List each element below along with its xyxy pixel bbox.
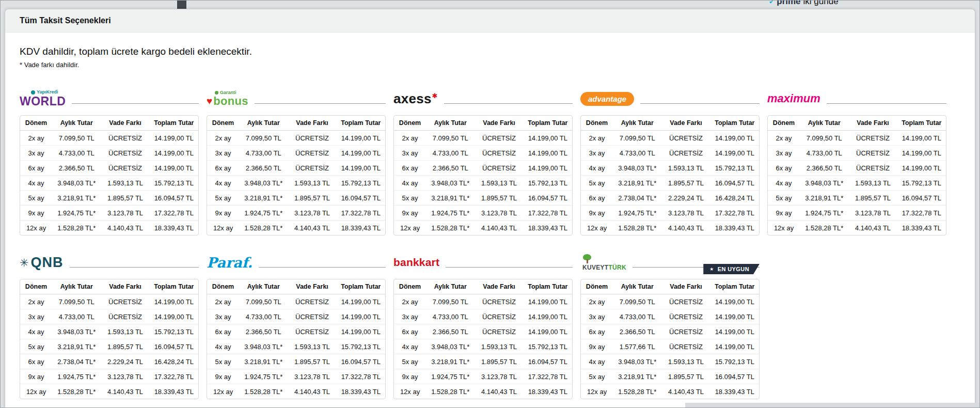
logo-divider	[72, 103, 199, 104]
installment-row: 6x ay2.366,50 TLÜCRETSİZ14.199,00 TL	[394, 324, 572, 339]
installment-cell: 5x ay	[394, 354, 426, 369]
installment-row: 4x ay3.948,03 TL*1.593,13 TL15.792,13 TL	[581, 161, 759, 176]
installment-cell: ÜCRETSİZ	[661, 309, 710, 324]
installment-row: 9x ay1.924,75 TL*3.123,78 TL17.322,78 TL	[768, 206, 946, 221]
bonus-logo-text: bonus	[213, 95, 248, 107]
installment-cell: 2.229,24 TL	[101, 354, 149, 369]
installment-row: 2x ay7.099,50 TLÜCRETSİZ14.199,00 TL	[394, 131, 572, 146]
installment-cell: 7.099,50 TL	[52, 294, 101, 309]
installment-cell: 1.593,13 TL	[101, 324, 149, 339]
installment-cell: ÜCRETSİZ	[661, 294, 710, 309]
installment-cell: 2x ay	[207, 294, 239, 309]
installment-cell: 3x ay	[581, 146, 613, 161]
installment-cell: 5x ay	[207, 354, 239, 369]
installment-cell: 3.948,03 TL*	[239, 339, 288, 354]
installment-cell: 2.366,50 TL	[52, 161, 101, 176]
installment-cell: 14.199,00 TL	[524, 131, 572, 146]
installment-cell: 2.366,50 TL	[613, 324, 661, 339]
table-header-row: DönemAylık TutarVade FarkıToplam Tutar	[207, 279, 385, 294]
installment-row: 3x ay4.733,00 TLÜCRETSİZ14.199,00 TL	[207, 309, 385, 324]
installment-cell: 18.339,43 TL	[150, 221, 198, 235]
installment-cell: 12x ay	[581, 384, 613, 399]
installment-row: 6x ay2.366,50 TLÜCRETSİZ14.199,00 TL	[581, 324, 759, 339]
installment-cell: 9x ay	[394, 206, 426, 221]
installment-cell: 14.199,00 TL	[524, 146, 572, 161]
installment-cell: 17.322,78 TL	[150, 369, 198, 384]
installment-cell: 4.140,43 TL	[475, 384, 523, 399]
installment-cell: 3.948,03 TL*	[52, 324, 101, 339]
column-header: Vade Farkı	[475, 279, 523, 294]
installment-cell: 14.199,00 TL	[897, 131, 946, 146]
qnb-star-icon: ✳	[20, 257, 29, 268]
installment-cell: 6x ay	[20, 354, 52, 369]
bank-logo-advantage: advantage	[580, 85, 760, 112]
installment-cell: 14.199,00 TL	[150, 146, 198, 161]
installment-cell: 18.339,43 TL	[337, 221, 385, 235]
installment-cell: 4.733,00 TL	[239, 309, 288, 324]
installment-cell: 1.895,57 TL	[101, 191, 149, 206]
installment-cell: ÜCRETSİZ	[475, 146, 523, 161]
en-uygun-label: EN UYGUN	[718, 266, 749, 272]
advantage-logo-text: advantage	[580, 92, 634, 106]
installment-cell: 1.528,28 TL*	[800, 221, 848, 235]
installment-cell: 18.339,43 TL	[524, 384, 572, 399]
installment-row: 3x ay4.733,00 TLÜCRETSİZ14.199,00 TL	[581, 146, 759, 161]
installment-cell: 3.218,91 TL*	[613, 176, 661, 191]
installment-cell: 9x ay	[20, 369, 52, 384]
installment-cell: ÜCRETSİZ	[101, 294, 149, 309]
installment-table-maximum: DönemAylık TutarVade FarkıToplam Tutar 2…	[767, 115, 946, 236]
modal-title: Tüm Taksit Seçenekleri	[20, 16, 111, 25]
installment-cell: 6x ay	[207, 324, 239, 339]
installment-cell: 15.792,13 TL	[337, 176, 385, 191]
column-header: Dönem	[20, 116, 52, 131]
installment-cell: 3.123,78 TL	[101, 206, 149, 221]
installment-cell: 1.593,13 TL	[848, 176, 897, 191]
installment-cell: 14.199,00 TL	[150, 309, 198, 324]
installment-row: 12x ay1.528,28 TL*4.140,43 TL18.339,43 T…	[20, 384, 198, 399]
installment-row: 9x ay1.924,75 TL*3.123,78 TL17.322,78 TL	[20, 206, 198, 221]
installment-cell: 17.322,78 TL	[337, 369, 385, 384]
bankkart-logo-text: bankkart	[393, 256, 439, 269]
column-header: Aylık Tutar	[613, 279, 661, 294]
installment-cell: 1.528,28 TL*	[52, 384, 101, 399]
installment-cell: 3x ay	[20, 146, 52, 161]
installment-cell: 3.218,91 TL*	[239, 191, 288, 206]
installment-cell: 1.593,13 TL	[288, 339, 336, 354]
installment-table-world: DönemAylık TutarVade FarkıToplam Tutar 2…	[20, 115, 199, 236]
installment-row: 6x ay2.366,50 TLÜCRETSİZ14.199,00 TL	[394, 161, 572, 176]
installment-cell: 5x ay	[581, 369, 613, 384]
bank-panel-qnb: ✳ QNB DönemAylık TutarVade FarkıToplam T…	[20, 249, 199, 399]
installment-cell: 1.593,13 TL	[661, 354, 710, 369]
column-header: Dönem	[394, 116, 426, 131]
installment-cell: 4.140,43 TL	[848, 221, 897, 235]
bank-logo-world: YapıKredi WORLD	[20, 85, 199, 112]
installment-cell: 14.199,00 TL	[337, 309, 385, 324]
installment-row: 5x ay3.218,91 TL*1.895,57 TL16.094,57 TL	[394, 191, 572, 206]
installment-cell: 4.733,00 TL	[426, 309, 475, 324]
installment-cell: 14.199,00 TL	[337, 146, 385, 161]
installment-cell: 16.094,57 TL	[710, 176, 759, 191]
installment-cell: 9x ay	[207, 369, 239, 384]
installment-cell: 3.123,78 TL	[288, 369, 336, 384]
installment-cell: 14.199,00 TL	[710, 339, 759, 354]
heart-icon: ♥	[207, 96, 212, 106]
modal-backdrop[interactable]: ✓primeiki günde	[1, 1, 979, 9]
installment-cell: 4x ay	[581, 354, 613, 369]
axess-logo-text: axess	[393, 91, 432, 107]
logo-divider	[640, 103, 760, 104]
installment-cell: 3.218,91 TL*	[426, 354, 475, 369]
installment-cell: 4.733,00 TL	[800, 146, 848, 161]
installment-cell: 4x ay	[581, 161, 613, 176]
installment-row: 6x ay2.366,50 TLÜCRETSİZ14.199,00 TL	[207, 324, 385, 339]
installment-cell: 3.123,78 TL	[848, 206, 897, 221]
installment-cell: 4.140,43 TL	[288, 384, 336, 399]
installment-cell: 3x ay	[581, 309, 613, 324]
installment-cell: 3.948,03 TL*	[426, 176, 475, 191]
installment-row: 9x ay1.924,75 TL*3.123,78 TL17.322,78 TL	[394, 206, 572, 221]
installment-row: 9x ay1.924,75 TL*3.123,78 TL17.322,78 TL	[207, 369, 385, 384]
installment-row: 3x ay4.733,00 TLÜCRETSİZ14.199,00 TL	[207, 146, 385, 161]
installment-row: 9x ay1.577,66 TLÜCRETSİZ14.199,00 TL	[581, 339, 759, 354]
installment-cell: 16.094,57 TL	[524, 354, 572, 369]
installment-cell: 2.738,04 TL*	[613, 191, 661, 206]
table-header-row: DönemAylık TutarVade FarkıToplam Tutar	[581, 279, 759, 294]
